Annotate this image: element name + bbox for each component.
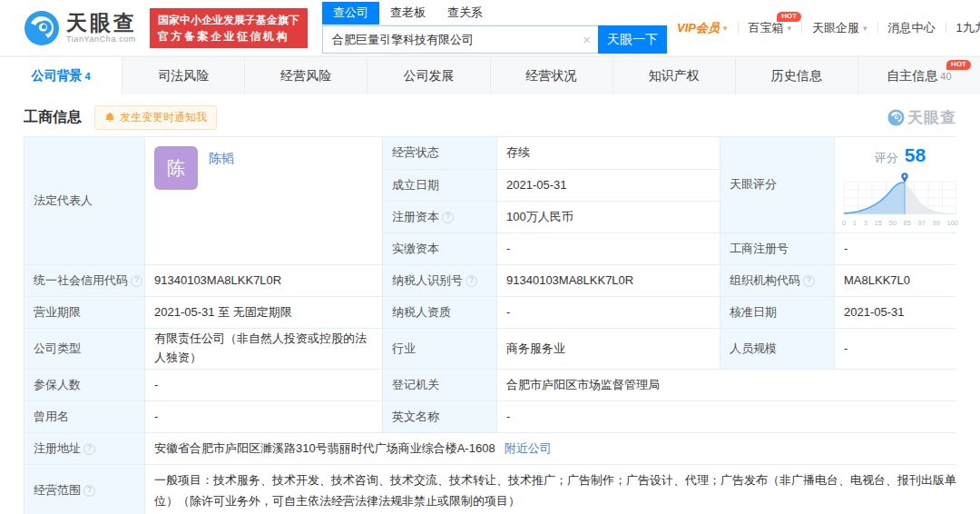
clear-search-icon[interactable]: × xyxy=(583,32,591,47)
bell-icon xyxy=(104,112,115,123)
label-business-term: 营业期限 xyxy=(24,297,144,328)
value-registry: 合肥市庐阳区市场监督管理局 xyxy=(497,370,965,400)
label-registered-capital: 注册资本? xyxy=(383,202,496,232)
treasure-box-menu[interactable]: HOT 百宝箱 ▾ xyxy=(739,20,802,36)
value-english-name: - xyxy=(497,401,965,432)
message-center-link[interactable]: 消息中心 xyxy=(878,20,946,36)
tab-self-info[interactable]: 自主信息 40 HOT xyxy=(858,57,980,94)
chevron-down-icon: ▾ xyxy=(788,24,792,33)
label-staff-size: 人员规模 xyxy=(720,329,834,369)
tab-company-development[interactable]: 公司发展 xyxy=(367,57,489,94)
vip-member-menu[interactable]: VIP会员 ▾ xyxy=(667,20,738,36)
tianyancha-watermark: 天眼查 xyxy=(887,107,956,128)
hot-badge: HOT xyxy=(946,60,971,70)
label-legal-representative: 法定代表人 xyxy=(24,137,144,264)
tab-operation-risk[interactable]: 经营风险 xyxy=(244,57,367,94)
value-registration-number: - xyxy=(835,233,965,264)
eye-logo-icon xyxy=(24,10,60,46)
label-approval-date: 核准日期 xyxy=(720,297,834,328)
score-distribution-chart xyxy=(842,171,958,218)
value-company-type: 有限责任公司（非自然人投资或控股的法人独资） xyxy=(145,329,382,369)
top-header: 天眼查 TianYanCha.com 国家中小企业发展子基金旗下 官方备案企业征… xyxy=(0,0,980,56)
label-credit-code: 统一社会信用代码? xyxy=(24,265,144,296)
label-company-type: 公司类型 xyxy=(24,329,144,369)
logo-subtitle: TianYanCha.com xyxy=(66,35,137,44)
label-taxpayer-quality: 纳税人资质 xyxy=(383,297,496,328)
chevron-down-icon: ▾ xyxy=(863,24,867,33)
label-org-code: 组织机构代码? xyxy=(720,265,834,296)
label-registered-address: 注册地址? xyxy=(24,433,144,464)
chevron-down-icon: ▾ xyxy=(723,24,728,33)
search-tab-boss[interactable]: 查老板 xyxy=(379,2,436,25)
notify-on-change-button[interactable]: 发生变更时通知我 xyxy=(94,105,217,130)
help-icon[interactable]: ? xyxy=(83,443,95,455)
search-tab-company[interactable]: 查公司 xyxy=(322,2,379,25)
legal-representative-link[interactable]: 陈韬 xyxy=(209,149,234,169)
label-established-date: 成立日期 xyxy=(383,170,496,201)
value-business-term: 2021-05-31 至 无固定期限 xyxy=(145,297,382,328)
tab-judicial-risk[interactable]: 司法风险 xyxy=(122,57,244,94)
help-icon[interactable]: ? xyxy=(442,212,454,223)
value-credit-code: 91340103MA8LKK7L0R xyxy=(145,265,382,296)
label-registration-number: 工商注册号 xyxy=(720,233,834,264)
help-icon[interactable]: ? xyxy=(803,275,815,287)
label-industry: 行业 xyxy=(383,329,496,369)
value-registered-capital: 100万人民币 xyxy=(497,202,720,232)
gov-certification-badge: 国家中小企业发展子基金旗下 官方备案企业征信机构 xyxy=(150,8,308,48)
value-former-name: - xyxy=(145,401,382,432)
score-axis-ticks: 01 315 5085 9799 100 xyxy=(842,218,958,229)
tianyan-score-cell[interactable]: 评分 58 xyxy=(835,137,965,232)
value-taxpayer-quality: - xyxy=(497,297,720,328)
tab-history-info[interactable]: 历史信息 xyxy=(735,57,858,94)
nearby-companies-link[interactable]: 附近公司 xyxy=(505,440,552,458)
tab-count: 4 xyxy=(85,71,91,82)
search-type-tabs: 查公司 查老板 查关系 xyxy=(322,2,667,25)
eye-logo-icon xyxy=(887,109,905,126)
label-taxpayer-id: 纳税人识别号? xyxy=(383,265,496,296)
avatar[interactable]: 陈 xyxy=(154,146,198,190)
tab-company-background[interactable]: 公司背景 4 xyxy=(0,57,122,94)
business-info-table: 法定代表人 陈 陈韬 经营状态 存续 成立日期 2021-05-31 注册资本?… xyxy=(24,136,956,514)
enterprise-service-menu[interactable]: 天眼企服 ▾ xyxy=(802,20,877,36)
search-button[interactable]: 天眼一下 xyxy=(598,25,667,54)
tab-intellectual-property[interactable]: 知识产权 xyxy=(612,57,735,94)
value-paid-capital: - xyxy=(497,233,720,264)
value-established-date: 2021-05-31 xyxy=(497,170,720,201)
tianyancha-logo[interactable]: 天眼查 TianYanCha.com xyxy=(24,10,137,46)
hot-badge: HOT xyxy=(777,12,801,22)
tab-operation-status[interactable]: 经营状况 xyxy=(490,57,612,94)
label-status: 经营状态 xyxy=(383,137,496,169)
logo-title: 天眼查 xyxy=(66,12,137,34)
value-status: 存续 xyxy=(497,137,720,169)
value-taxpayer-id: 91340103MA8LKK7L0R xyxy=(497,265,720,296)
label-english-name: 英文名称 xyxy=(383,401,496,432)
label-former-name: 曾用名 xyxy=(24,401,144,432)
label-registry: 登记机关 xyxy=(383,370,496,400)
search-tab-relation[interactable]: 查关系 xyxy=(436,2,494,25)
value-business-scope: 一般项目：技术服务、技术开发、技术咨询、技术交流、技术转让、技术推广；广告制作；… xyxy=(145,465,965,514)
search-input[interactable] xyxy=(323,33,598,46)
value-industry: 商务服务业 xyxy=(497,329,720,369)
score-value: 58 xyxy=(905,141,926,171)
help-icon[interactable]: ? xyxy=(83,485,95,497)
business-info-section: 工商信息 发生变更时通知我 天眼查 法定代表人 陈 陈韬 经营状态 存续 成立日… xyxy=(0,94,980,514)
user-account-menu[interactable]: 1九九三 ▾ xyxy=(946,20,980,36)
tab-count: 40 xyxy=(940,71,951,82)
value-registered-address: 安徽省合肥市庐阳区濉溪路310号翡丽时代广场商业综合楼A-1608 附近公司 xyxy=(145,433,965,464)
label-insured-count: 参保人数 xyxy=(24,370,144,400)
value-approval-date: 2021-05-31 xyxy=(835,297,965,328)
legal-representative-cell: 陈 陈韬 xyxy=(145,137,382,264)
label-paid-capital: 实缴资本 xyxy=(383,233,496,264)
search-area: 查公司 查老板 查关系 × 天眼一下 xyxy=(322,2,667,54)
section-title: 工商信息 xyxy=(24,108,82,127)
help-icon[interactable]: ? xyxy=(131,275,142,287)
label-business-scope: 经营范围? xyxy=(24,465,144,514)
value-insured-count: - xyxy=(145,370,382,400)
user-nav: VIP会员 ▾ HOT 百宝箱 ▾ 天眼企服 ▾ 消息中心 1九九三 ▾ xyxy=(667,20,980,36)
label-tianyan-score: 天眼评分 xyxy=(720,137,834,232)
help-icon[interactable]: ? xyxy=(466,275,477,287)
value-org-code: MA8LKK7L0 xyxy=(835,265,965,296)
value-staff-size: - xyxy=(835,329,965,369)
score-prefix: 评分 xyxy=(875,149,898,167)
company-section-tabs: 公司背景 4 司法风险 经营风险 公司发展 经营状况 知识产权 历史信息 自主信… xyxy=(0,56,980,94)
